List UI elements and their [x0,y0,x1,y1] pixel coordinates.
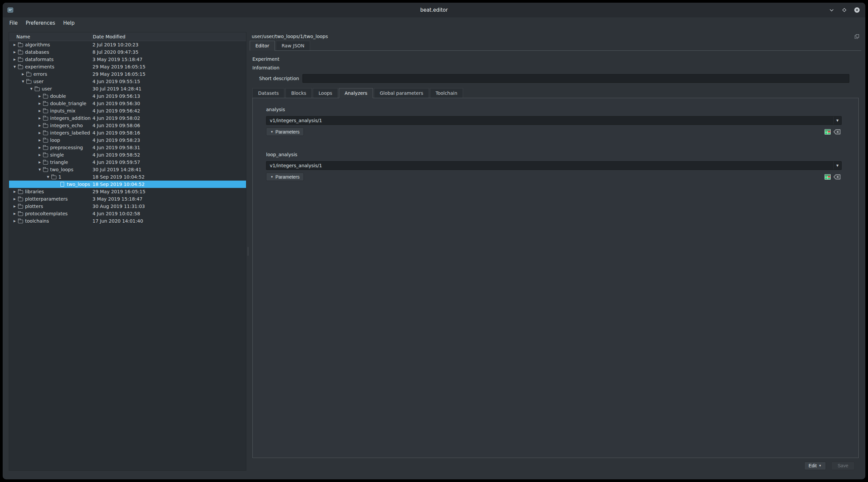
tree-item-label: double [50,93,66,99]
tree-row[interactable]: ▶ integers_labelled 4 Jun 2019 09:58:16 [9,129,246,136]
tree-row[interactable]: ▼ experiments 29 May 2019 16:05:15 [9,63,246,70]
folder-icon [18,43,23,47]
menubar: File Preferences Help [3,18,865,29]
column-header-date-modified[interactable]: Date Modified [92,32,246,41]
editor-panel: user/user/two_loops/1/two_loops Editor R… [250,32,862,471]
tree-row[interactable]: ▶ plotterparameters 3 May 2019 15:18:47 [9,195,246,203]
expand-arrow-icon[interactable]: ▶ [37,117,43,120]
tree-row[interactable]: ▶ toolchains 17 Jun 2020 14:01:40 [9,217,246,225]
tree-row[interactable]: ▶ protocoltemplates 4 Jun 2019 10:02:58 [9,210,246,217]
tree-row[interactable]: ▶ dataformats 3 May 2019 15:18:47 [9,56,246,63]
expand-arrow-icon[interactable]: ▶ [37,146,43,149]
parameters-button[interactable]: ▼ Parameters [266,172,304,181]
tree-item-date: 4 Jun 2019 09:56:13 [92,93,246,99]
tree-row[interactable]: ▶ algorithms 2 Jul 2019 10:20:23 [9,41,246,49]
expand-arrow-icon[interactable]: ▶ [37,94,43,98]
detach-panel-icon[interactable] [854,34,859,39]
tree-row[interactable]: ▶ integers_echo 4 Jun 2019 09:58:06 [9,122,246,129]
expand-arrow-icon[interactable]: ▼ [12,65,18,68]
clear-analyzer-button[interactable] [832,173,842,181]
tree-row[interactable]: ▼ 1 18 Sep 2019 10:04:52 [9,173,246,181]
expand-arrow-icon[interactable]: ▶ [12,219,18,223]
tree-row[interactable]: ▶ libraries 29 May 2019 16:05:15 [9,188,246,195]
tree-item-date: 4 Jun 2019 09:58:31 [92,145,246,150]
close-button[interactable] [853,6,861,14]
folder-icon [43,109,48,113]
subtab-loops[interactable]: Loops [313,88,338,98]
column-header-name[interactable]: Name [9,34,92,39]
edit-mode-button[interactable]: Edit ▼ [804,462,826,470]
folder-icon [43,117,48,121]
tree-row[interactable]: ▶ preprocessing 4 Jun 2019 09:58:31 [9,144,246,151]
expand-arrow-icon[interactable]: ▶ [12,204,18,208]
panel-splitter[interactable] [246,32,250,471]
expand-arrow-icon[interactable]: ▶ [37,124,43,127]
menu-help[interactable]: Help [59,18,79,28]
subtab-datasets[interactable]: Datasets [252,88,284,98]
subtab-toolchain[interactable]: Toolchain [430,88,463,98]
expand-arrow-icon[interactable]: ▼ [45,175,51,179]
minimize-button[interactable] [828,6,835,14]
short-description-input[interactable] [303,74,849,83]
tree-row[interactable]: ▶ single 4 Jun 2019 09:58:52 [9,151,246,159]
expand-arrow-icon[interactable]: ▶ [12,43,18,46]
expand-arrow-icon[interactable]: ▶ [37,138,43,142]
tree-row[interactable]: ▶ triangle 4 Jun 2019 09:59:57 [9,159,246,166]
folder-icon [18,190,23,194]
tree-item-date: 18 Sep 2019 10:04:52 [92,182,246,187]
tree-row[interactable]: ▶ inputs_mix 4 Jun 2019 09:56:42 [9,107,246,115]
parameters-button[interactable]: ▼ Parameters [266,128,304,136]
tree-row[interactable]: ▶ double_triangle 4 Jun 2019 09:56:30 [9,100,246,107]
window-title: beat.editor [3,7,865,13]
expand-arrow-icon[interactable]: ▶ [37,153,43,157]
menu-preferences[interactable]: Preferences [22,18,59,28]
subtab-analyzers[interactable]: Analyzers [339,88,373,98]
expand-arrow-icon[interactable]: ▶ [37,161,43,164]
tree-row[interactable]: ▼ user 30 Jul 2019 14:28:41 [9,85,246,93]
tree-row[interactable]: ▶ integers_addition 4 Jun 2019 09:58:02 [9,115,246,122]
backspace-icon [833,174,841,180]
expand-arrow-icon[interactable]: ▶ [12,212,18,215]
subtab-global-parameters[interactable]: Global parameters [374,88,429,98]
tree-row[interactable]: ▶ plotters 30 Aug 2019 11:31:03 [9,203,246,210]
folder-icon [18,198,23,201]
folder-icon [43,154,48,157]
tree-row[interactable]: ▶ errors 29 May 2019 16:05:15 [9,70,246,78]
tree-row[interactable]: ▶ double 4 Jun 2019 09:56:13 [9,93,246,100]
menu-file[interactable]: File [5,18,22,28]
dataset-table-button[interactable] [823,173,832,181]
tree-item-date: 4 Jun 2019 09:55:15 [92,79,246,84]
expand-arrow-icon[interactable]: ▶ [12,51,18,54]
subtab-blocks[interactable]: Blocks [285,88,312,98]
tree-row[interactable]: ▶ databases 8 Jul 2020 09:47:35 [9,49,246,56]
tree-item-date: 4 Jun 2019 10:02:58 [92,211,246,216]
expand-arrow-icon[interactable]: ▼ [37,168,43,171]
tab-editor[interactable]: Editor [250,41,275,51]
tree-item-date: 29 May 2019 16:05:15 [92,64,246,69]
expand-arrow-icon[interactable]: ▶ [20,72,26,76]
expand-arrow-icon[interactable]: ▶ [12,197,18,201]
expand-arrow-icon[interactable]: ▶ [37,109,43,113]
tree-item-label: two_loops [67,182,90,187]
save-button[interactable]: Save [831,462,855,470]
tree-item-label: user [42,86,52,92]
dropdown-arrow-icon: ▼ [833,162,841,169]
expand-arrow-icon[interactable]: ▶ [37,131,43,134]
expand-arrow-icon[interactable]: ▶ [37,102,43,105]
expand-arrow-icon[interactable]: ▼ [28,87,34,91]
expand-arrow-icon[interactable]: ▶ [12,190,18,193]
tree-row[interactable]: ▼ user 4 Jun 2019 09:55:15 [9,78,246,85]
analyzer-algorithm-select[interactable]: v1/integers_analysis/1 ▼ [266,116,842,125]
tab-raw-json[interactable]: Raw JSON [276,41,310,51]
dataset-table-button[interactable] [823,128,832,136]
expand-arrow-icon[interactable]: ▼ [20,80,26,83]
tree-row[interactable]: ▼ two_loops 30 Jul 2019 14:28:41 [9,166,246,173]
loop-analyzer-algorithm-select[interactable]: v1/integers_analysis/1 ▼ [266,161,842,170]
clear-analyzer-button[interactable] [832,128,842,136]
tree-row[interactable]: ▶ loop 4 Jun 2019 09:58:23 [9,136,246,144]
maximize-button[interactable] [841,6,848,14]
tree-row[interactable]: two_loops 18 Sep 2019 10:04:52 [9,181,246,188]
tree-item-label: user [33,79,44,84]
selected-algorithm: v1/integers_analysis/1 [267,163,833,168]
expand-arrow-icon[interactable]: ▶ [12,58,18,61]
